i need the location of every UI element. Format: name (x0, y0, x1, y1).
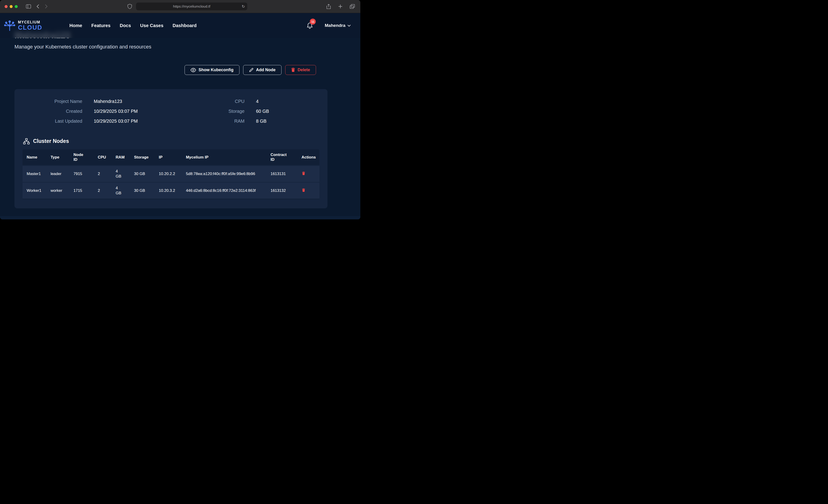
browser-titlebar: https://myceliumcloud.tf ↻ (0, 0, 360, 13)
address-bar-url: https://myceliumcloud.tf (173, 4, 210, 8)
forward-button[interactable] (44, 3, 48, 10)
detail-value: 10/29/2025 03:07 PM (94, 109, 138, 114)
footer-band (0, 216, 360, 219)
browser-window: https://myceliumcloud.tf ↻ Mahendr (0, 0, 360, 219)
delete-label: Delete (298, 68, 310, 72)
close-window-button[interactable] (5, 5, 8, 8)
address-bar[interactable]: https://myceliumcloud.tf ↻ (136, 3, 247, 10)
detail-row: Last Updated 10/29/2025 03:07 PM (23, 119, 171, 124)
cell-node-id: 7915 (71, 165, 95, 182)
page-subtitle: Manage your Kubernetes cluster configura… (14, 44, 360, 50)
cell-name: Worker1 (23, 182, 48, 199)
trash-icon (291, 68, 295, 72)
delete-cluster-button[interactable]: Delete (285, 65, 316, 75)
scroll-area: Mahendra123 Manage your Kubernetes clust… (0, 13, 360, 219)
nav-item-use-cases[interactable]: Use Cases (140, 23, 163, 28)
cell-type: leader (48, 165, 71, 182)
detail-label: CPU (171, 99, 245, 104)
detail-value: 10/29/2025 03:07 PM (94, 119, 138, 124)
table-header-row: Name Type Node ID CPU RAM Storage IP Myc… (23, 149, 320, 165)
detail-row: Created 10/29/2025 03:07 PM (23, 109, 171, 114)
detail-row: RAM 8 GB (171, 119, 320, 124)
page-content: Mahendra123 Manage your Kubernetes clust… (0, 13, 360, 219)
cluster-details-card: Project Name Mahendra123 Created 10/29/2… (14, 89, 328, 208)
cell-actions (299, 165, 320, 182)
column-header-mycelium-ip: Mycelium IP (183, 149, 268, 165)
cell-ram: 4 GB (113, 165, 131, 182)
detail-row: Project Name Mahendra123 (23, 99, 171, 104)
nav-item-dashboard[interactable]: Dashboard (173, 23, 197, 28)
cell-mycelium-ip: 5d8:78ea:a120:f40c:ff0f:a5fe:99e6:8b96 (183, 165, 268, 182)
mycelium-logo-icon (3, 19, 16, 32)
nav-item-home[interactable]: Home (70, 23, 82, 28)
minimize-window-button[interactable] (10, 5, 13, 8)
cell-type: worker (48, 182, 71, 199)
column-header-storage: Storage (131, 149, 156, 165)
cluster-nodes-icon (23, 138, 30, 144)
cell-contract-id: 1613131 (268, 165, 299, 182)
back-button[interactable] (36, 3, 40, 10)
column-header-node-id: Node ID (71, 149, 95, 165)
detail-value: Mahendra123 (94, 99, 122, 104)
reload-icon[interactable]: ↻ (242, 4, 245, 9)
user-name: Mahendra (325, 23, 345, 28)
detail-label: Created (23, 109, 82, 114)
top-navigation: MYCELIUM CLOUD Home Features Docs Use Ca… (0, 13, 360, 38)
notifications-button[interactable]: 11 (307, 22, 313, 29)
cell-contract-id: 1613132 (268, 182, 299, 199)
detail-row: Storage 60 GB (171, 109, 320, 114)
add-node-label: Add Node (256, 68, 276, 72)
add-node-button[interactable]: Add Node (243, 65, 282, 75)
detail-label: Last Updated (23, 119, 82, 124)
table-row: Worker1 worker 1715 2 4 GB 30 GB 10.20.3… (23, 182, 320, 199)
cluster-actions-row: Show Kubeconfig Add Node (14, 65, 316, 75)
cell-cpu: 2 (95, 165, 113, 182)
column-header-type: Type (48, 149, 71, 165)
cluster-nodes-heading: Cluster Nodes (23, 138, 320, 144)
share-icon[interactable] (325, 3, 332, 10)
show-kubeconfig-button[interactable]: Show Kubeconfig (184, 65, 240, 75)
brand-line2: CLOUD (18, 25, 42, 31)
cell-ip: 10.20.2.2 (156, 165, 183, 182)
column-header-ram: RAM (113, 149, 131, 165)
tab-overview-icon[interactable] (349, 3, 356, 10)
zoom-window-button[interactable] (15, 5, 18, 8)
column-header-name: Name (23, 149, 48, 165)
user-menu[interactable]: Mahendra (325, 23, 351, 28)
cell-storage: 30 GB (131, 165, 156, 182)
sidebar-toggle-icon[interactable] (25, 3, 32, 9)
detail-label: Storage (171, 109, 245, 114)
nav-item-docs[interactable]: Docs (120, 23, 131, 28)
nav-item-features[interactable]: Features (91, 23, 111, 28)
traffic-lights (5, 5, 18, 8)
privacy-shield-icon[interactable] (127, 3, 133, 10)
brand-line1: MYCELIUM (18, 20, 42, 24)
delete-node-button[interactable] (301, 188, 306, 193)
nav-links: Home Features Docs Use Cases Dashboard (70, 23, 197, 28)
cell-actions (299, 182, 320, 199)
delete-node-button[interactable] (301, 171, 306, 176)
show-kubeconfig-label: Show Kubeconfig (199, 68, 234, 72)
new-tab-icon[interactable] (337, 3, 343, 9)
cluster-nodes-title: Cluster Nodes (33, 138, 69, 144)
detail-value: 60 GB (256, 109, 269, 114)
brand-logo[interactable]: MYCELIUM CLOUD (3, 19, 42, 32)
cell-name: Master1 (23, 165, 48, 182)
cell-ip: 10.20.3.2 (156, 182, 183, 199)
column-header-ip: IP (156, 149, 183, 165)
eye-icon (191, 68, 196, 72)
cell-mycelium-ip: 446:d2a6:8bcd:8c16:ff0f:72e2:3114:863f (183, 182, 268, 199)
column-header-actions: Actions (299, 149, 320, 165)
details-left-column: Project Name Mahendra123 Created 10/29/2… (23, 99, 171, 128)
notification-count-badge: 11 (310, 18, 316, 25)
details-right-column: CPU 4 Storage 60 GB RAM 8 GB (171, 99, 320, 128)
detail-label: Project Name (23, 99, 82, 104)
column-header-contract-id: Contract ID (268, 149, 299, 165)
cell-ram: 4 GB (113, 182, 131, 199)
detail-label: RAM (171, 119, 245, 124)
detail-value: 4 (256, 99, 258, 104)
detail-row: CPU 4 (171, 99, 320, 104)
cluster-nodes-table: Name Type Node ID CPU RAM Storage IP Myc… (23, 149, 320, 199)
pencil-icon (249, 68, 253, 72)
table-row: Master1 leader 7915 2 4 GB 30 GB 10.20.2… (23, 165, 320, 182)
